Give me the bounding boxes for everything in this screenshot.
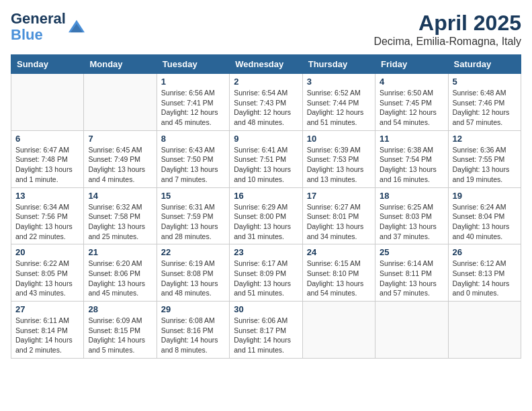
day-detail: Sunrise: 6:27 AM Sunset: 8:01 PM Dayligh… bbox=[307, 202, 371, 242]
day-detail: Sunrise: 6:39 AM Sunset: 7:53 PM Dayligh… bbox=[307, 145, 371, 185]
calendar-week-row: 20Sunrise: 6:22 AM Sunset: 8:05 PM Dayli… bbox=[11, 244, 521, 302]
calendar-day-14: 14Sunrise: 6:32 AM Sunset: 7:58 PM Dayli… bbox=[84, 187, 157, 244]
calendar-day-21: 21Sunrise: 6:20 AM Sunset: 8:06 PM Dayli… bbox=[84, 244, 157, 302]
calendar-day-15: 15Sunrise: 6:31 AM Sunset: 7:59 PM Dayli… bbox=[157, 187, 229, 244]
day-detail: Sunrise: 6:43 AM Sunset: 7:50 PM Dayligh… bbox=[161, 145, 225, 185]
day-detail: Sunrise: 6:11 AM Sunset: 8:14 PM Dayligh… bbox=[15, 316, 79, 355]
calendar-day-empty bbox=[11, 74, 84, 131]
day-detail: Sunrise: 6:54 AM Sunset: 7:43 PM Dayligh… bbox=[234, 88, 298, 128]
day-detail: Sunrise: 6:24 AM Sunset: 8:04 PM Dayligh… bbox=[453, 202, 517, 242]
day-detail: Sunrise: 6:50 AM Sunset: 7:45 PM Dayligh… bbox=[380, 88, 443, 128]
logo: GeneralBlue bbox=[11, 11, 86, 43]
day-detail: Sunrise: 6:29 AM Sunset: 8:00 PM Dayligh… bbox=[234, 202, 298, 242]
day-number: 22 bbox=[161, 247, 225, 257]
day-detail: Sunrise: 6:25 AM Sunset: 8:03 PM Dayligh… bbox=[380, 202, 443, 242]
calendar-header-sunday: Sunday bbox=[11, 55, 84, 74]
calendar-header-friday: Friday bbox=[375, 55, 448, 74]
page-header: GeneralBlue April 2025 Decima, Emilia-Ro… bbox=[11, 11, 521, 48]
day-detail: Sunrise: 6:08 AM Sunset: 8:16 PM Dayligh… bbox=[161, 316, 225, 355]
day-number: 8 bbox=[161, 134, 225, 144]
day-number: 13 bbox=[15, 191, 79, 201]
calendar-day-17: 17Sunrise: 6:27 AM Sunset: 8:01 PM Dayli… bbox=[302, 187, 375, 244]
day-number: 19 bbox=[453, 191, 517, 201]
calendar-day-1: 1Sunrise: 6:56 AM Sunset: 7:41 PM Daylig… bbox=[157, 74, 229, 131]
calendar-day-8: 8Sunrise: 6:43 AM Sunset: 7:50 PM Daylig… bbox=[157, 130, 229, 187]
day-detail: Sunrise: 6:32 AM Sunset: 7:58 PM Dayligh… bbox=[88, 202, 152, 242]
day-number: 14 bbox=[88, 191, 152, 201]
day-detail: Sunrise: 6:06 AM Sunset: 8:17 PM Dayligh… bbox=[234, 316, 298, 355]
day-detail: Sunrise: 6:20 AM Sunset: 8:06 PM Dayligh… bbox=[88, 259, 152, 298]
day-number: 7 bbox=[88, 134, 152, 144]
calendar-header-monday: Monday bbox=[84, 55, 157, 74]
calendar-header-row: SundayMondayTuesdayWednesdayThursdayFrid… bbox=[11, 55, 521, 74]
day-number: 2 bbox=[234, 77, 298, 87]
day-number: 10 bbox=[307, 134, 371, 144]
calendar-table: SundayMondayTuesdayWednesdayThursdayFrid… bbox=[11, 54, 521, 359]
day-number: 26 bbox=[453, 247, 517, 257]
calendar-day-empty bbox=[448, 302, 521, 359]
day-number: 3 bbox=[307, 77, 371, 87]
day-number: 9 bbox=[234, 134, 298, 144]
calendar-day-empty bbox=[302, 302, 375, 359]
calendar-day-20: 20Sunrise: 6:22 AM Sunset: 8:05 PM Dayli… bbox=[11, 244, 84, 302]
calendar-day-27: 27Sunrise: 6:11 AM Sunset: 8:14 PM Dayli… bbox=[11, 302, 84, 359]
day-number: 30 bbox=[234, 304, 298, 314]
calendar-day-11: 11Sunrise: 6:38 AM Sunset: 7:54 PM Dayli… bbox=[375, 130, 448, 187]
calendar-day-9: 9Sunrise: 6:41 AM Sunset: 7:51 PM Daylig… bbox=[230, 130, 302, 187]
calendar-day-28: 28Sunrise: 6:09 AM Sunset: 8:15 PM Dayli… bbox=[84, 302, 157, 359]
day-detail: Sunrise: 6:31 AM Sunset: 7:59 PM Dayligh… bbox=[161, 202, 225, 242]
day-number: 20 bbox=[15, 247, 79, 257]
calendar-day-23: 23Sunrise: 6:17 AM Sunset: 8:09 PM Dayli… bbox=[230, 244, 302, 302]
day-detail: Sunrise: 6:19 AM Sunset: 8:08 PM Dayligh… bbox=[161, 259, 225, 298]
day-detail: Sunrise: 6:52 AM Sunset: 7:44 PM Dayligh… bbox=[307, 88, 371, 128]
calendar-day-5: 5Sunrise: 6:48 AM Sunset: 7:46 PM Daylig… bbox=[448, 74, 521, 131]
day-number: 18 bbox=[380, 191, 443, 201]
calendar-day-4: 4Sunrise: 6:50 AM Sunset: 7:45 PM Daylig… bbox=[375, 74, 448, 131]
calendar-day-24: 24Sunrise: 6:15 AM Sunset: 8:10 PM Dayli… bbox=[302, 244, 375, 302]
calendar-header-tuesday: Tuesday bbox=[157, 55, 229, 74]
calendar-day-6: 6Sunrise: 6:47 AM Sunset: 7:48 PM Daylig… bbox=[11, 130, 84, 187]
calendar-day-16: 16Sunrise: 6:29 AM Sunset: 8:00 PM Dayli… bbox=[230, 187, 302, 244]
calendar-week-row: 27Sunrise: 6:11 AM Sunset: 8:14 PM Dayli… bbox=[11, 302, 521, 359]
calendar-day-10: 10Sunrise: 6:39 AM Sunset: 7:53 PM Dayli… bbox=[302, 130, 375, 187]
calendar-header-wednesday: Wednesday bbox=[230, 55, 302, 74]
calendar-day-12: 12Sunrise: 6:36 AM Sunset: 7:55 PM Dayli… bbox=[448, 130, 521, 187]
calendar-day-29: 29Sunrise: 6:08 AM Sunset: 8:16 PM Dayli… bbox=[157, 302, 229, 359]
calendar-day-26: 26Sunrise: 6:12 AM Sunset: 8:13 PM Dayli… bbox=[448, 244, 521, 302]
title-block: April 2025 Decima, Emilia-Romagna, Italy bbox=[373, 11, 521, 48]
day-number: 5 bbox=[453, 77, 517, 87]
day-detail: Sunrise: 6:17 AM Sunset: 8:09 PM Dayligh… bbox=[234, 259, 298, 298]
calendar-day-empty bbox=[375, 302, 448, 359]
day-number: 4 bbox=[380, 77, 443, 87]
day-detail: Sunrise: 6:38 AM Sunset: 7:54 PM Dayligh… bbox=[380, 145, 443, 185]
day-number: 25 bbox=[380, 247, 443, 257]
month-title: April 2025 bbox=[373, 11, 521, 36]
calendar-header-saturday: Saturday bbox=[448, 55, 521, 74]
day-number: 21 bbox=[88, 247, 152, 257]
logo-icon bbox=[67, 19, 86, 35]
calendar-day-7: 7Sunrise: 6:45 AM Sunset: 7:49 PM Daylig… bbox=[84, 130, 157, 187]
day-detail: Sunrise: 6:34 AM Sunset: 7:56 PM Dayligh… bbox=[15, 202, 79, 242]
day-number: 29 bbox=[161, 304, 225, 314]
day-number: 6 bbox=[15, 134, 79, 144]
day-detail: Sunrise: 6:56 AM Sunset: 7:41 PM Dayligh… bbox=[161, 88, 225, 128]
day-detail: Sunrise: 6:15 AM Sunset: 8:10 PM Dayligh… bbox=[307, 259, 371, 298]
calendar-day-empty bbox=[84, 74, 157, 131]
location-title: Decima, Emilia-Romagna, Italy bbox=[373, 36, 521, 48]
day-number: 16 bbox=[234, 191, 298, 201]
day-detail: Sunrise: 6:48 AM Sunset: 7:46 PM Dayligh… bbox=[453, 88, 517, 128]
calendar-day-2: 2Sunrise: 6:54 AM Sunset: 7:43 PM Daylig… bbox=[230, 74, 302, 131]
day-detail: Sunrise: 6:36 AM Sunset: 7:55 PM Dayligh… bbox=[453, 145, 517, 185]
calendar-day-19: 19Sunrise: 6:24 AM Sunset: 8:04 PM Dayli… bbox=[448, 187, 521, 244]
day-detail: Sunrise: 6:14 AM Sunset: 8:11 PM Dayligh… bbox=[380, 259, 443, 298]
calendar-day-22: 22Sunrise: 6:19 AM Sunset: 8:08 PM Dayli… bbox=[157, 244, 229, 302]
day-number: 11 bbox=[380, 134, 443, 144]
calendar-day-30: 30Sunrise: 6:06 AM Sunset: 8:17 PM Dayli… bbox=[230, 302, 302, 359]
calendar-week-row: 1Sunrise: 6:56 AM Sunset: 7:41 PM Daylig… bbox=[11, 74, 521, 131]
day-detail: Sunrise: 6:22 AM Sunset: 8:05 PM Dayligh… bbox=[15, 259, 79, 298]
calendar-day-18: 18Sunrise: 6:25 AM Sunset: 8:03 PM Dayli… bbox=[375, 187, 448, 244]
day-number: 28 bbox=[88, 304, 152, 314]
calendar-week-row: 6Sunrise: 6:47 AM Sunset: 7:48 PM Daylig… bbox=[11, 130, 521, 187]
calendar-day-13: 13Sunrise: 6:34 AM Sunset: 7:56 PM Dayli… bbox=[11, 187, 84, 244]
day-number: 17 bbox=[307, 191, 371, 201]
